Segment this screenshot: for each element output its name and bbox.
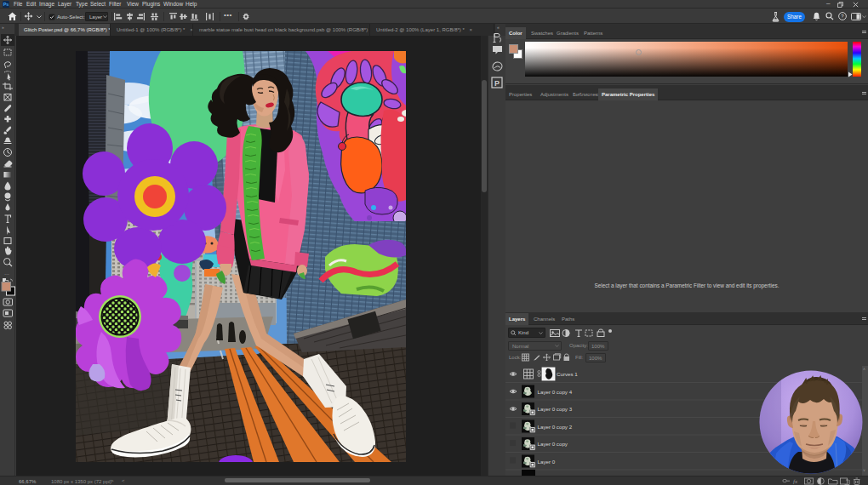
svg-text:Layer 0 copy 2: Layer 0 copy 2 <box>538 424 573 430</box>
svg-text:Layer 0 copy 3: Layer 0 copy 3 <box>538 406 573 412</box>
svg-text:Ps: Ps <box>3 2 9 7</box>
svg-text:…: … <box>4 271 9 276</box>
svg-text:Curves 1: Curves 1 <box>557 371 578 377</box>
svg-text:Layer 0 copy 4: Layer 0 copy 4 <box>538 389 573 395</box>
svg-text:?: ? <box>841 14 844 19</box>
svg-text:fx: fx <box>793 478 798 485</box>
svg-text:Layer 0: Layer 0 <box>538 459 556 465</box>
svg-text:P: P <box>494 79 500 88</box>
svg-text:Layer 0 copy: Layer 0 copy <box>538 441 568 447</box>
